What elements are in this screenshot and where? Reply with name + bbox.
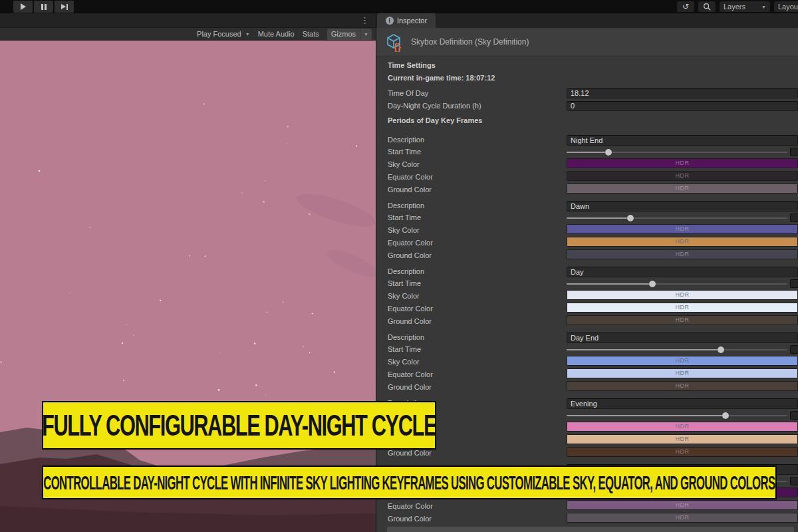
equator-color-swatch[interactable]: HDR [567,171,798,181]
start-time-label: Start Time [388,213,421,221]
sky-color-label: Sky Color [388,292,420,300]
time-of-day-field[interactable]: 18.12 [567,88,798,98]
ground-color-label: Ground Color [388,251,432,259]
display-mode-dropdown[interactable]: Play Focused ▼ [197,30,250,38]
display-mode-label: Play Focused [197,30,241,38]
equator-color-swatch[interactable]: HDR [567,434,798,444]
main-toolbar: ↺ Layers ▼ Layout ▼ [0,0,798,13]
banner-title-text: FULLY CONFIGURABLE DAY-NIGHT CYCLE [42,409,436,442]
toolbar-right: ↺ Layers ▼ Layout ▼ [677,1,798,12]
start-time-value-field[interactable] [790,477,798,485]
start-time-slider[interactable] [567,152,787,153]
hdr-badge: HDR [567,370,797,376]
play-icon [21,3,26,10]
description-label: Description [388,201,424,209]
sky-color-swatch[interactable]: HDR [567,224,798,234]
keyframe-block: Description Night End Start Time Sky Col… [0,135,798,201]
description-field[interactable]: Dawn [567,201,798,211]
mute-audio-button[interactable]: Mute Audio [258,30,295,38]
search-icon [703,3,711,11]
gizmos-dropdown[interactable]: Gizmos ▼ [327,29,372,40]
sky-color-swatch[interactable]: HDR [567,290,798,300]
layers-dropdown[interactable]: Layers ▼ [720,1,770,12]
component-title: Skybox Definition (Sky Definition) [411,37,529,47]
description-field[interactable]: Night End [567,135,798,146]
keyframes-header: Periods of Day Key Frames [388,116,482,126]
ground-color-swatch[interactable]: HDR [567,381,798,391]
kebab-menu-icon[interactable]: ⋮ [360,15,369,25]
hdr-badge: HDR [567,225,797,232]
ground-color-label: Ground Color [388,317,432,325]
component-header: {} Skybox Definition (Sky Definition) [376,28,798,57]
slider-fill [567,217,630,219]
hdr-badge: HDR [567,172,797,179]
play-button[interactable] [13,1,33,13]
description-field[interactable]: Day End [567,332,798,343]
slider-handle[interactable] [605,149,612,156]
start-time-slider[interactable] [567,283,787,285]
ground-color-swatch[interactable]: HDR [567,315,798,325]
sky-color-swatch[interactable]: HDR [567,356,798,366]
start-time-value-field[interactable] [790,411,798,420]
game-view-toolbar: Play Focused ▼ Mute Audio Stats Gizmos ▼ [0,28,376,41]
description-label: Description [388,267,424,275]
keyframe-block: Description Dawn Start Time Sky Color HD… [0,201,798,267]
info-icon: i [386,17,394,25]
start-time-label: Start Time [388,148,421,156]
stats-button[interactable]: Stats [303,30,319,38]
svg-text:{}: {} [394,42,401,52]
start-time-slider[interactable] [567,217,787,219]
cycle-duration-field[interactable]: 0 [567,101,798,111]
slider-handle[interactable] [722,412,729,419]
hdr-badge: HDR [567,501,797,508]
equator-color-swatch[interactable]: HDR [567,368,798,378]
sky-color-label: Sky Color [388,160,420,168]
hdr-badge: HDR [567,304,797,311]
ground-color-swatch[interactable]: HDR [567,184,798,194]
tab-inspector[interactable]: i Inspector [377,13,436,28]
chevron-down-icon: ▼ [761,5,766,9]
start-time-slider[interactable] [567,415,787,416]
start-time-value-field[interactable] [790,345,798,354]
hdr-badge: HDR [567,317,797,323]
ground-color-swatch[interactable]: HDR [567,513,798,523]
list-footer-bar[interactable] [387,527,794,532]
equator-color-label: Equator Color [388,239,433,247]
ground-color-swatch[interactable]: HDR [567,249,798,259]
hdr-badge: HDR [567,160,797,166]
hdr-badge: HDR [567,291,797,298]
start-time-value-field[interactable] [790,279,798,288]
description-label: Description [388,136,424,144]
start-time-value-field[interactable] [790,213,798,222]
slider-handle[interactable] [718,346,724,353]
current-time-text: Current in-game time: 18:07:12 [388,73,495,83]
title-banner: FULLY CONFIGURABLE DAY-NIGHT CYCLE [42,401,436,450]
chevron-down-icon: ▼ [364,32,368,37]
start-time-value-field[interactable] [790,148,798,156]
start-time-slider[interactable] [567,349,787,350]
ground-color-label: Ground Color [388,515,432,523]
time-of-day-label: Time Of Day [388,88,428,98]
equator-color-swatch[interactable]: HDR [567,303,798,313]
hdr-badge: HDR [567,448,797,455]
slider-handle[interactable] [627,215,634,221]
description-field[interactable]: Day [567,267,798,277]
equator-color-swatch[interactable]: HDR [567,237,798,247]
equator-color-swatch[interactable]: HDR [567,500,798,510]
hdr-badge: HDR [567,238,797,245]
chevron-down-icon: ▼ [245,32,250,37]
search-button[interactable] [698,1,716,12]
pause-button[interactable] [34,1,53,13]
play-controls [13,1,74,13]
gizmos-label: Gizmos [327,30,360,38]
undo-history-button[interactable]: ↺ [677,1,694,12]
sky-color-swatch[interactable]: HDR [567,158,798,168]
scriptable-object-icon: {} [385,33,404,52]
slider-handle[interactable] [649,281,656,287]
ground-color-swatch[interactable]: HDR [567,447,798,457]
game-view-tabstrip: ⋮ [0,13,376,28]
sky-color-swatch[interactable]: HDR [567,422,798,432]
description-field[interactable]: Evening [567,398,798,409]
layout-dropdown[interactable]: Layout ▼ [774,1,798,12]
step-button[interactable] [55,1,74,13]
